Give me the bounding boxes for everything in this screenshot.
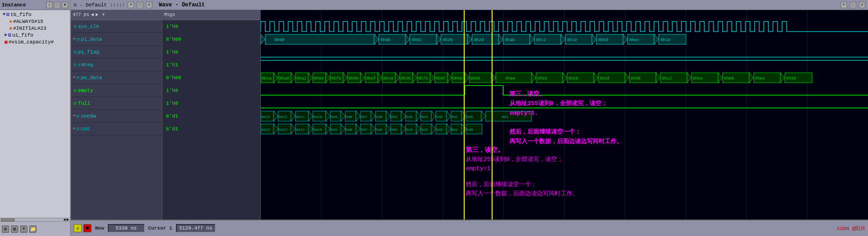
sig-label-sys-clk: sys_clk (78, 24, 99, 29)
annotation-line2: 从地址255读到0，全部读完，读空； (509, 100, 607, 107)
wave-close-icon[interactable]: × (146, 2, 152, 8)
initial-icon: ◆ (9, 25, 12, 31)
annotation-line3: empty=1. (509, 110, 538, 117)
wave-panel: n - Default ::::: + □ × Wave - Default +… (71, 0, 868, 236)
waveform-display[interactable]: 第三，读空。 从地址255读到0，全部读完，读空； empty=1. 然后，后面… (261, 10, 868, 220)
annotation-line6: 再写入一个数据，后面边读边写同时工作。 (509, 138, 622, 145)
sig-icon-pi-data: ⊡ (76, 36, 80, 42)
signal-row-cnt[interactable]: + ⊡ cnt (71, 123, 162, 135)
time-display: 477 ps (73, 12, 89, 17)
signal-row-empty[interactable]: ⊡ empty (71, 84, 162, 97)
tree-label-vsim: #vsim_capacity# (9, 39, 54, 45)
svg-text:从地址255读到0，全部读完，读空；: 从地址255读到0，全部读完，读空； (466, 156, 563, 163)
svg-text:8h8f: 8h8f (435, 76, 445, 81)
now-icon[interactable]: ⚡ (74, 224, 82, 232)
signal-row-po-data[interactable]: + ⊡ po_data (71, 71, 162, 84)
tree-item-initial23[interactable]: ◆ #INITIAL#23 (0, 25, 70, 32)
signal-row-pi-flag[interactable]: ⊡ pi_flag (71, 46, 162, 59)
instance-panel: Instance - □ × ▼ ⊡ tb_fifo ◆ #ALWAYS#15 … (0, 0, 71, 236)
svg-text:8d1: 8d1 (451, 115, 458, 119)
signal-row-rdreq[interactable]: ⊡ rdreq (71, 59, 162, 71)
scroll-thumb[interactable] (1, 219, 15, 221)
wave-max-icon[interactable]: □ (137, 2, 143, 8)
module-icon: ⊡ (6, 11, 10, 17)
wave-action-icon3[interactable]: × (859, 2, 865, 8)
val-cnt: 8'd1 (166, 126, 178, 132)
sig-label-pi-data: pi_data (81, 37, 102, 42)
plus-icon[interactable]: + (20, 225, 27, 233)
svg-text:8d7: 8d7 (361, 115, 368, 119)
cursor-label: Cursor 1 (148, 225, 172, 231)
value-sys-clk: 1'h0 (162, 20, 260, 33)
signal-names-panel: 477 ps ◄ ► ▼ ⊡ sys_clk + ⊡ pi_data (71, 10, 162, 220)
expand-cnt[interactable]: + (73, 126, 75, 131)
svg-text:8d12: 8d12 (279, 128, 287, 132)
expand-po-data[interactable]: + (73, 75, 75, 80)
grid-icon[interactable]: ⊞ (11, 225, 18, 233)
panel-header-icons: - □ × (46, 2, 68, 8)
svg-text:8h9b: 8h9b (380, 38, 391, 43)
module-icon2: ⊡ (8, 32, 11, 38)
nav-right-icon[interactable]: ► (96, 12, 98, 17)
folder-icon[interactable]: 📁 (29, 225, 37, 233)
vsim-icon: ▣ (5, 39, 8, 45)
svg-text:8h36: 8h36 (401, 76, 411, 81)
value-full: 1'h0 (162, 97, 260, 110)
val-pi-flag: 1'h0 (166, 49, 178, 55)
val-pi-data: 8'h00 (166, 37, 181, 42)
signal-row-sys-clk[interactable]: ⊡ sys_clk (71, 20, 162, 33)
svg-text:8hfb: 8hfb (331, 76, 341, 81)
annotation-line5: 然后，后面继续读空一个； (509, 129, 581, 135)
wave-action-icon1[interactable]: + (841, 2, 847, 8)
stop-icon[interactable]: ■ (83, 224, 91, 232)
tree-item-vsim[interactable]: ▣ #vsim_capacity# (0, 38, 70, 45)
expand-pi-data[interactable]: + (73, 37, 75, 42)
svg-text:8h92: 8h92 (537, 76, 547, 81)
svg-text:8d11: 8d11 (296, 128, 305, 132)
expand-usedw[interactable]: + (73, 113, 75, 118)
tree-item-tb-fifo[interactable]: ▼ ⊡ tb_fifo (0, 11, 70, 18)
signal-row-pi-data[interactable]: + ⊡ pi_data (71, 33, 162, 46)
svg-text:8d9: 8d9 (331, 115, 338, 119)
signal-row-usedw[interactable]: + ⊡ usedw (71, 110, 162, 123)
tree-item-u1-fifo[interactable]: ► ⊡ u1_fifo (0, 32, 70, 38)
val-usedw: 8'd1 (166, 113, 178, 119)
svg-text:8d10: 8d10 (313, 115, 322, 119)
bottom-status-bar: ⚡ ■ Now 5330 ns Cursor 1 5129.477 ns CSD… (71, 220, 868, 236)
svg-text:8d6: 8d6 (376, 115, 383, 119)
value-pi-data: 8'h00 (162, 33, 260, 46)
svg-text:8h6b: 8h6b (453, 76, 463, 81)
svg-text:8ha1: 8ha1 (296, 76, 306, 81)
svg-text:8d11: 8d11 (296, 115, 305, 119)
svg-text:第三，读空。: 第三，读空。 (466, 146, 504, 154)
annotation-line1: 第三，读空。 (509, 91, 545, 97)
value-usedw: 8'd1 (162, 110, 260, 123)
svg-text:8hc2: 8hc2 (536, 38, 546, 43)
svg-text:8d0: 8d0 (466, 115, 473, 119)
svg-text:8h88: 8h88 (470, 76, 480, 81)
svg-text:8h4b: 8h4b (631, 76, 641, 81)
svg-text:8h4b: 8h4b (505, 38, 515, 43)
svg-text:8h1e: 8h1e (693, 76, 703, 81)
signal-values-panel: Msgs 1'h0 8'h00 1'h0 1'h1 6'h88 (162, 10, 261, 220)
wave-action-icon2[interactable]: □ (850, 2, 856, 8)
wave-title-bar: n - Default ::::: + □ × Wave - Default +… (71, 0, 868, 10)
svg-text:8h0d: 8h0d (598, 38, 608, 43)
tree-item-always15[interactable]: ◆ #ALWAYS#15 (0, 18, 70, 25)
svg-text:8d13: 8d13 (261, 115, 270, 119)
minimize-icon[interactable]: - (46, 2, 53, 8)
value-header: Msgs (162, 10, 260, 20)
settings-icon[interactable]: ⚙ (2, 225, 9, 233)
nav-left-icon[interactable]: ◄ (91, 12, 94, 17)
tree-label-u1-fifo: u1_fifo (12, 32, 33, 38)
maximize-icon[interactable]: □ (54, 2, 60, 8)
close-icon[interactable]: × (62, 2, 68, 8)
dropdown-icon[interactable]: ▼ (102, 12, 105, 17)
value-pi-flag: 1'h0 (162, 46, 260, 59)
svg-text:8hae: 8hae (505, 76, 515, 81)
svg-text:8d1: 8d1 (451, 128, 458, 132)
wave-min-icon[interactable]: + (128, 2, 134, 8)
signal-row-full[interactable]: ⊡ full (71, 97, 162, 110)
horizontal-scrollbar[interactable]: ◄ ► (0, 218, 70, 221)
value-rdreq: 1'h1 (162, 59, 260, 71)
